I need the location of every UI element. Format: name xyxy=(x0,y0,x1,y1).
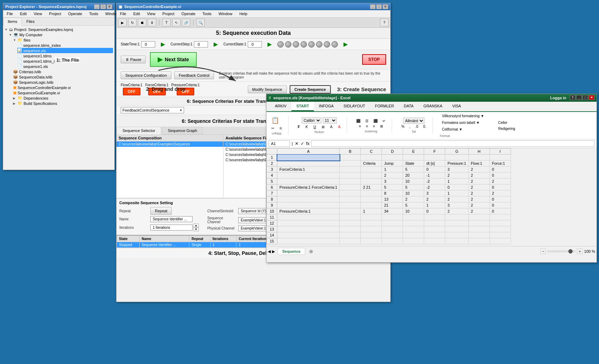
cell-D3[interactable]: 1 xyxy=(382,167,403,172)
lv-menu-tools[interactable]: Tools xyxy=(200,11,214,17)
state-time-value[interactable]: 0 xyxy=(141,41,155,48)
cell-I4[interactable]: 0 xyxy=(490,172,511,178)
zoom-slider[interactable] xyxy=(547,250,575,252)
cell-G9[interactable]: 3 xyxy=(445,202,468,208)
lv-menu-window[interactable]: Window xyxy=(216,11,234,17)
create-sequence-btn[interactable]: Create Sequence xyxy=(290,85,331,94)
sheet-next-btn[interactable]: ▶ xyxy=(272,249,275,254)
cell-F2[interactable]: dt [s] xyxy=(424,161,445,167)
merge-btn[interactable]: ⊞ xyxy=(378,124,385,129)
tab-visa[interactable]: VISA xyxy=(447,102,466,111)
cell-H15[interactable] xyxy=(468,238,490,244)
tab-files[interactable]: Files xyxy=(22,18,39,25)
redigering-btn[interactable]: Redigering xyxy=(496,126,517,131)
cell-E14[interactable] xyxy=(403,232,424,238)
cell-C8[interactable] xyxy=(361,196,382,202)
cell-D13[interactable] xyxy=(382,226,403,232)
lv-menu-edit[interactable]: Edit xyxy=(131,11,142,17)
cell-A15[interactable] xyxy=(277,238,340,244)
cell-D6[interactable]: 5 xyxy=(382,184,403,190)
cell-C9[interactable] xyxy=(361,202,382,208)
cell-A8[interactable] xyxy=(277,196,340,202)
cell-E3[interactable]: 5 xyxy=(403,167,424,172)
restore-btn[interactable]: □ xyxy=(100,4,106,9)
col-header-F[interactable]: F xyxy=(424,149,445,155)
cell-E13[interactable] xyxy=(403,226,424,232)
formula-input[interactable] xyxy=(311,140,594,147)
format-table-btn[interactable]: Formatera som tabell ▼ xyxy=(440,120,486,125)
cell-E9[interactable]: 5 xyxy=(403,202,424,208)
menu-view[interactable]: View xyxy=(32,11,44,17)
col-header-C[interactable]: C xyxy=(361,149,382,155)
cell-H4[interactable]: 2 xyxy=(468,172,490,178)
cell-D5[interactable]: 3 xyxy=(382,178,403,184)
cell-I1[interactable] xyxy=(490,155,511,161)
cell-B11[interactable] xyxy=(340,214,361,220)
cell-I7[interactable]: 2 xyxy=(490,190,511,196)
cell-E8[interactable]: 2 xyxy=(403,196,424,202)
stop-button[interactable]: STOP xyxy=(362,54,386,65)
cell-C15[interactable] xyxy=(361,238,382,244)
cell-F15[interactable] xyxy=(424,238,445,244)
cell-E2[interactable]: State xyxy=(403,161,424,167)
cell-I10[interactable]: 0 xyxy=(490,208,511,214)
cell-I9[interactable]: 0 xyxy=(490,202,511,208)
cell-E12[interactable] xyxy=(403,220,424,226)
cell-H10[interactable]: 2 xyxy=(468,208,490,214)
cell-I11[interactable] xyxy=(490,214,511,220)
cell-B7[interactable] xyxy=(340,190,361,196)
formula-cancel[interactable]: ✕ xyxy=(295,141,298,146)
tab-arkiv[interactable]: ARKIV xyxy=(270,102,291,111)
cell-I15[interactable] xyxy=(490,238,511,244)
tree-seq1-tdms[interactable]: 📄 sequence1.tdms xyxy=(17,53,113,58)
cell-D2[interactable]: Jump xyxy=(382,161,403,167)
menu-edit[interactable]: Edit xyxy=(18,11,29,17)
context-help-btn[interactable]: ? xyxy=(380,19,389,26)
iterations-down[interactable]: ▼ xyxy=(193,227,199,231)
cell-D9[interactable]: 21 xyxy=(382,202,403,208)
excel-close[interactable]: ✕ xyxy=(589,95,594,100)
repeat-btn[interactable]: Repeat xyxy=(150,207,172,215)
cell-F14[interactable] xyxy=(424,232,445,238)
cell-E7[interactable]: 10 xyxy=(403,190,424,196)
celler-btn[interactable]: Celler xyxy=(496,120,517,125)
sequence-config-btn[interactable]: Sequence Configuration xyxy=(121,71,171,79)
cell-G2[interactable]: Pressure:1 xyxy=(445,161,468,167)
cell-B9[interactable] xyxy=(340,202,361,208)
cell-B2[interactable] xyxy=(340,161,361,167)
cell-H9[interactable]: 2 xyxy=(468,202,490,208)
feedback-control-btn[interactable]: Feedback Control xyxy=(174,71,214,79)
wrap-btn[interactable]: ↵ xyxy=(380,118,387,124)
menu-tools[interactable]: Tools xyxy=(87,11,100,17)
cell-F8[interactable]: 2 xyxy=(424,196,445,202)
seq-composition-item-1[interactable]: C:\sources\labview\labqt\Examples\Sequen… xyxy=(116,142,223,147)
cell-C3[interactable] xyxy=(361,167,382,172)
force-off-indicator[interactable]: OFF xyxy=(148,88,166,95)
sequence-dropdown[interactable]: FeedbackControlSequence ▼ xyxy=(121,107,184,113)
cell-H13[interactable] xyxy=(468,226,490,232)
dec-dec-btn[interactable]: 0. xyxy=(421,124,428,129)
tree-seqctrl[interactable]: ▣ SequenceControllerExample.vi xyxy=(13,85,113,90)
col-header-I[interactable]: I xyxy=(490,149,511,155)
cell-C10[interactable]: 1 xyxy=(361,208,382,214)
cell-styles-btn[interactable]: Cellformat ▼ xyxy=(440,127,486,132)
cell-G14[interactable] xyxy=(445,232,468,238)
tree-seq1-xls[interactable]: 📄 sequence1.xls xyxy=(17,64,113,69)
cell-H1[interactable] xyxy=(468,155,490,161)
cell-C11[interactable] xyxy=(361,214,382,220)
lv-close[interactable]: ✕ xyxy=(383,4,388,9)
tree-root[interactable]: ▼ 🗂 Project: SequenceExamples.lvproj xyxy=(5,27,113,32)
menu-operate[interactable]: Operate xyxy=(66,11,84,17)
abort-btn[interactable]: ⏹ xyxy=(138,19,146,26)
tree-seqlogic[interactable]: 📦 SequenceLogic.lvlib xyxy=(13,80,113,85)
tab-formler[interactable]: FORMLER xyxy=(370,102,399,111)
lv-restore[interactable]: □ xyxy=(376,4,382,9)
tab-data[interactable]: DATA xyxy=(399,102,418,111)
tab-start[interactable]: START xyxy=(291,102,314,111)
cell-B15[interactable] xyxy=(340,238,361,244)
cell-C5[interactable] xyxy=(361,178,382,184)
align-center-btn[interactable]: ≡ xyxy=(364,124,370,129)
cell-F1[interactable] xyxy=(424,155,445,161)
cell-I2[interactable]: Force:1 xyxy=(490,161,511,167)
cell-I8[interactable]: 0 xyxy=(490,196,511,202)
